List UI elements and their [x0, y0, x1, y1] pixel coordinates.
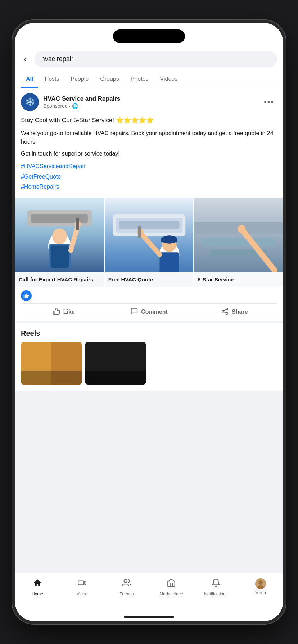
share-button[interactable]: Share: [192, 304, 277, 321]
menu-avatar: [255, 578, 266, 589]
tab-people[interactable]: People: [66, 72, 94, 88]
reel-item-1[interactable]: [21, 342, 82, 385]
post-actions: Like Comment: [21, 303, 277, 321]
marketplace-icon: [167, 578, 176, 590]
avatar: ❄️: [21, 93, 39, 111]
sponsored-label: Sponsored: [43, 103, 68, 109]
nav-notifications[interactable]: Notifications: [194, 577, 238, 598]
svg-point-32: [226, 313, 228, 315]
post-header-info: HVAC Service and Repairs Sponsored · 🌐: [43, 95, 257, 109]
svg-point-42: [124, 579, 127, 583]
post-author[interactable]: HVAC Service and Repairs: [43, 95, 257, 102]
phone-frame: ‹ hvac repair All Posts People Groups Ph…: [12, 20, 286, 624]
image-label-1: Call for Expert HVAC Repairs: [15, 272, 104, 287]
home-label: Home: [32, 592, 43, 597]
dynamic-island: [113, 29, 185, 43]
search-bar-row: ‹ hvac repair: [15, 48, 283, 72]
tab-videos[interactable]: Videos: [155, 72, 183, 88]
svg-rect-11: [76, 218, 79, 230]
tab-posts[interactable]: Posts: [40, 72, 64, 88]
post-meta: Sponsored · 🌐: [43, 103, 257, 109]
svg-rect-17: [159, 253, 179, 275]
share-label: Share: [232, 309, 248, 315]
like-reaction: [21, 290, 32, 301]
video-icon: [77, 578, 87, 590]
svg-rect-15: [119, 221, 179, 229]
more-options-button[interactable]: •••: [261, 96, 277, 108]
svg-point-31: [222, 310, 224, 312]
home-indicator: [15, 612, 283, 621]
svg-marker-41: [84, 581, 86, 585]
like-label: Like: [63, 309, 75, 315]
svg-point-44: [258, 580, 263, 585]
nav-home[interactable]: Home: [15, 577, 60, 598]
svg-line-33: [224, 312, 226, 313]
svg-rect-40: [78, 581, 84, 585]
screen: ‹ hvac repair All Posts People Groups Ph…: [15, 23, 283, 621]
like-icon: [53, 307, 60, 317]
svg-rect-23: [138, 226, 141, 238]
search-input[interactable]: hvac repair: [34, 51, 277, 67]
tab-photos[interactable]: Photos: [126, 72, 154, 88]
friends-icon: [122, 578, 131, 590]
svg-rect-20: [161, 238, 177, 242]
post-header: ❄️ HVAC Service and Repairs Sponsored · …: [15, 88, 283, 116]
search-query-text: hvac repair: [41, 55, 73, 63]
svg-rect-37: [21, 371, 82, 385]
reels-row: [21, 342, 277, 385]
video-label: Video: [77, 592, 87, 597]
menu-label: Menu: [255, 590, 266, 595]
nav-marketplace[interactable]: Marketplace: [149, 577, 194, 598]
image-cell-1[interactable]: Call for Expert HVAC Repairs: [15, 198, 104, 287]
tab-groups[interactable]: Groups: [95, 72, 124, 88]
post-text-body2: Get in touch for superior service today!: [21, 151, 277, 157]
notifications-icon: [211, 578, 221, 590]
image-label-3: 5-Star Service: [194, 272, 283, 287]
comment-icon: [130, 307, 138, 317]
image-cell-3[interactable]: 5-Star Service: [194, 198, 283, 287]
svg-rect-26: [202, 238, 275, 246]
image-cell-2[interactable]: Free HVAC Quote: [105, 198, 194, 287]
bottom-nav: Home Video: [15, 573, 283, 612]
home-icon: [33, 578, 42, 590]
post-headline: Stay Cool with Our 5-Star Service! ⭐⭐⭐⭐⭐: [21, 116, 277, 125]
stars: ⭐⭐⭐⭐⭐: [116, 117, 154, 124]
reels-title: Reels: [21, 329, 277, 337]
friends-label: Friends: [119, 592, 134, 597]
reactions-row: [15, 287, 283, 303]
dot-separator: ·: [69, 103, 71, 109]
post-card: ❄️ HVAC Service and Repairs Sponsored · …: [15, 88, 283, 321]
notifications-label: Notifications: [204, 592, 227, 597]
image-label-2: Free HVAC Quote: [105, 272, 194, 287]
content-area: ❄️ HVAC Service and Repairs Sponsored · …: [15, 88, 283, 573]
post-images-grid: Call for Expert HVAC Repairs: [15, 198, 283, 287]
like-button[interactable]: Like: [21, 304, 106, 321]
comment-label: Comment: [141, 309, 168, 315]
globe-icon: 🌐: [72, 103, 78, 109]
share-icon: [221, 307, 229, 317]
reels-section: Reels: [15, 323, 283, 391]
comment-button[interactable]: Comment: [106, 304, 191, 321]
svg-point-30: [226, 308, 228, 310]
marketplace-label: Marketplace: [159, 592, 183, 597]
nav-video[interactable]: Video: [60, 577, 104, 598]
nav-friends[interactable]: Friends: [104, 577, 149, 598]
post-body: Stay Cool with Our 5-Star Service! ⭐⭐⭐⭐⭐…: [15, 116, 283, 197]
tabs-row: All Posts People Groups Photos Videos: [15, 72, 283, 88]
tab-all[interactable]: All: [21, 72, 38, 88]
svg-line-34: [224, 309, 226, 311]
svg-point-8: [52, 228, 67, 244]
svg-rect-7: [51, 245, 69, 268]
nav-menu[interactable]: Menu: [238, 577, 283, 597]
home-bar: [124, 616, 174, 618]
back-button[interactable]: ‹: [21, 52, 30, 66]
svg-rect-39: [85, 371, 146, 385]
svg-text:❄️: ❄️: [25, 97, 35, 107]
reel-item-2[interactable]: [85, 342, 146, 385]
post-hashtags[interactable]: #HVACServiceandRepair #GetFreeQuote #Hom…: [21, 161, 277, 192]
svg-point-29: [238, 225, 245, 233]
post-text-body1: We're your go-to for reliable HVAC repai…: [21, 129, 277, 146]
